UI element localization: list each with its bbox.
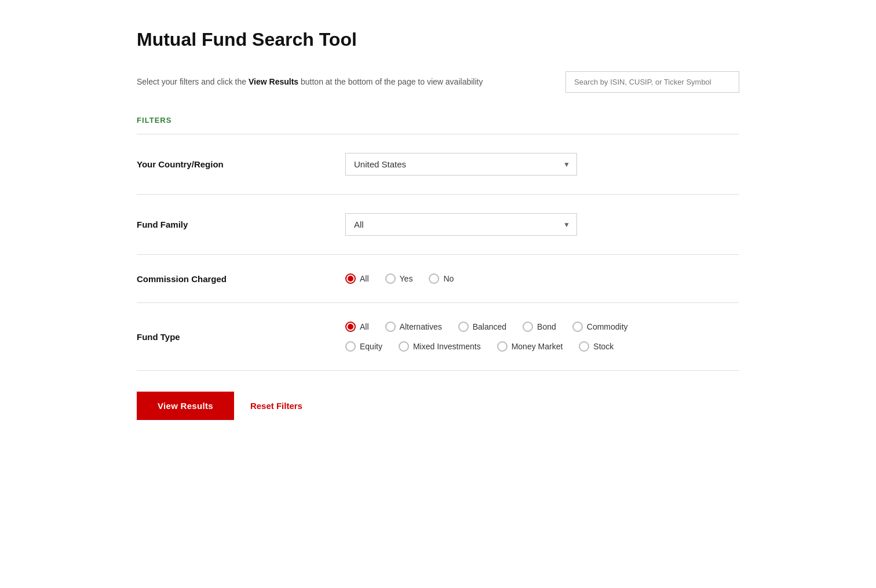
fund-type-all-option[interactable]: All	[345, 322, 369, 332]
commission-yes-option[interactable]: Yes	[385, 273, 413, 284]
fund-type-equity-label: Equity	[360, 342, 382, 351]
fund-type-all-radio[interactable]	[345, 322, 356, 332]
commission-all-option[interactable]: All	[345, 273, 369, 284]
country-region-label: Your Country/Region	[137, 159, 345, 169]
fund-type-control: All Alternatives Balanced Bond	[345, 322, 739, 352]
commission-charged-radio-group: All Yes No	[345, 273, 454, 284]
fund-family-select[interactable]: All Fidelity Vanguard BlackRock Invesco	[345, 213, 577, 236]
fund-type-commodity-radio[interactable]	[572, 322, 583, 332]
subtitle-text: Select your filters and click the View R…	[137, 76, 483, 88]
fund-type-commodity-option[interactable]: Commodity	[572, 322, 628, 332]
commission-all-radio[interactable]	[345, 273, 356, 284]
filters-label: FILTERS	[137, 116, 739, 125]
fund-type-commodity-label: Commodity	[587, 322, 628, 331]
fund-type-stock-option[interactable]: Stock	[579, 341, 614, 352]
fund-type-equity-option[interactable]: Equity	[345, 341, 382, 352]
fund-type-mixed-option[interactable]: Mixed Investments	[399, 341, 481, 352]
commission-yes-radio[interactable]	[385, 273, 396, 284]
country-region-select[interactable]: United States Canada United Kingdom Aust…	[345, 153, 577, 176]
reset-filters-button[interactable]: Reset Filters	[250, 401, 302, 411]
fund-type-alternatives-option[interactable]: Alternatives	[385, 322, 442, 332]
fund-type-balanced-option[interactable]: Balanced	[458, 322, 506, 332]
fund-type-row-2: Equity Mixed Investments Money Market	[345, 341, 628, 352]
subtitle-link-text: View Results	[249, 77, 298, 86]
fund-type-balanced-radio[interactable]	[458, 322, 469, 332]
view-results-button[interactable]: View Results	[137, 392, 234, 420]
filters-section: FILTERS Your Country/Region United State…	[137, 116, 739, 371]
commission-charged-label: Commission Charged	[137, 274, 345, 284]
search-input[interactable]	[565, 71, 739, 93]
commission-charged-control: All Yes No	[345, 273, 739, 284]
country-region-filter: Your Country/Region United States Canada…	[137, 134, 739, 195]
actions-row: View Results Reset Filters	[137, 371, 739, 420]
commission-charged-filter: Commission Charged All Yes No	[137, 255, 739, 303]
subtitle-row: Select your filters and click the View R…	[137, 71, 739, 93]
fund-type-filter: Fund Type All Alternatives	[137, 303, 739, 371]
commission-no-radio[interactable]	[429, 273, 439, 284]
country-region-select-wrapper: United States Canada United Kingdom Aust…	[345, 153, 577, 176]
country-region-control: United States Canada United Kingdom Aust…	[345, 153, 739, 176]
commission-no-label: No	[443, 274, 454, 283]
fund-type-money-market-radio[interactable]	[497, 341, 508, 352]
fund-family-label: Fund Family	[137, 220, 345, 229]
fund-type-alternatives-label: Alternatives	[400, 322, 442, 331]
fund-type-label: Fund Type	[137, 332, 345, 342]
commission-yes-label: Yes	[400, 274, 413, 283]
fund-type-equity-radio[interactable]	[345, 341, 356, 352]
fund-type-balanced-label: Balanced	[473, 322, 506, 331]
fund-type-all-label: All	[360, 322, 369, 331]
fund-type-mixed-label: Mixed Investments	[413, 342, 481, 351]
subtitle-before-link: Select your filters and click the	[137, 77, 249, 86]
fund-family-select-wrapper: All Fidelity Vanguard BlackRock Invesco …	[345, 213, 577, 236]
fund-type-bond-radio[interactable]	[523, 322, 533, 332]
page-title: Mutual Fund Search Tool	[137, 29, 739, 50]
fund-family-filter: Fund Family All Fidelity Vanguard BlackR…	[137, 195, 739, 255]
fund-type-alternatives-radio[interactable]	[385, 322, 396, 332]
fund-type-money-market-label: Money Market	[512, 342, 563, 351]
fund-type-bond-option[interactable]: Bond	[523, 322, 556, 332]
fund-type-mixed-radio[interactable]	[399, 341, 409, 352]
fund-type-row-1: All Alternatives Balanced Bond	[345, 322, 628, 332]
commission-no-option[interactable]: No	[429, 273, 454, 284]
fund-type-stock-radio[interactable]	[579, 341, 589, 352]
subtitle-after-link: button at the bottom of the page to view…	[298, 77, 483, 86]
commission-all-label: All	[360, 274, 369, 283]
fund-family-control: All Fidelity Vanguard BlackRock Invesco …	[345, 213, 739, 236]
fund-type-money-market-option[interactable]: Money Market	[497, 341, 563, 352]
fund-type-bond-label: Bond	[537, 322, 556, 331]
fund-type-stock-label: Stock	[593, 342, 614, 351]
fund-type-radio-container: All Alternatives Balanced Bond	[345, 322, 628, 352]
